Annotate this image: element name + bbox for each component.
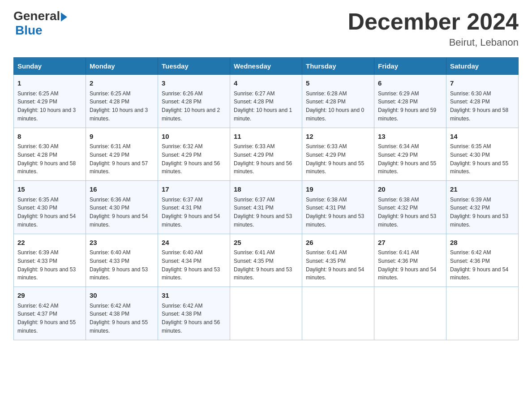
- day-info: Sunrise: 6:40 AMSunset: 4:34 PMDaylight:…: [162, 249, 220, 281]
- calendar-day-cell: 9Sunrise: 6:31 AMSunset: 4:29 PMDaylight…: [86, 128, 158, 181]
- day-info: Sunrise: 6:33 AMSunset: 4:29 PMDaylight:…: [306, 143, 364, 175]
- calendar-day-cell: 2Sunrise: 6:25 AMSunset: 4:28 PMDaylight…: [86, 75, 158, 128]
- calendar-day-cell: 17Sunrise: 6:37 AMSunset: 4:31 PMDayligh…: [158, 181, 230, 234]
- day-info: Sunrise: 6:29 AMSunset: 4:28 PMDaylight:…: [378, 90, 436, 122]
- calendar-day-cell: 28Sunrise: 6:42 AMSunset: 4:36 PMDayligh…: [446, 234, 519, 287]
- calendar-day-cell: 5Sunrise: 6:28 AMSunset: 4:28 PMDaylight…: [302, 75, 374, 128]
- title-block: December 2024 Beirut, Lebanon: [348, 9, 519, 48]
- calendar-day-cell: 30Sunrise: 6:42 AMSunset: 4:38 PMDayligh…: [86, 287, 158, 340]
- day-number: 16: [90, 184, 154, 195]
- day-number: 29: [17, 291, 82, 301]
- calendar-day-cell: 11Sunrise: 6:33 AMSunset: 4:29 PMDayligh…: [230, 128, 302, 181]
- weekday-header-cell: Wednesday: [230, 58, 302, 75]
- day-info: Sunrise: 6:39 AMSunset: 4:32 PMDaylight:…: [450, 197, 508, 228]
- weekday-header-cell: Monday: [86, 58, 158, 75]
- day-number: 7: [450, 78, 515, 89]
- logo-general-text: General: [13, 9, 60, 23]
- location-title: Beirut, Lebanon: [348, 37, 519, 48]
- day-number: 23: [90, 238, 154, 248]
- calendar-week-row: 15Sunrise: 6:35 AMSunset: 4:30 PMDayligh…: [14, 181, 519, 234]
- day-number: 24: [162, 238, 226, 248]
- day-info: Sunrise: 6:28 AMSunset: 4:28 PMDaylight:…: [306, 90, 364, 122]
- calendar-day-cell: 31Sunrise: 6:42 AMSunset: 4:38 PMDayligh…: [158, 287, 230, 340]
- calendar-day-cell: 19Sunrise: 6:38 AMSunset: 4:31 PMDayligh…: [302, 181, 374, 234]
- day-number: 13: [378, 132, 442, 142]
- calendar-day-cell: 21Sunrise: 6:39 AMSunset: 4:32 PMDayligh…: [446, 181, 519, 234]
- day-info: Sunrise: 6:33 AMSunset: 4:29 PMDaylight:…: [234, 143, 292, 175]
- weekday-header-cell: Saturday: [446, 58, 519, 75]
- day-number: 9: [90, 132, 154, 142]
- month-title: December 2024: [348, 9, 519, 34]
- calendar-day-cell: 15Sunrise: 6:35 AMSunset: 4:30 PMDayligh…: [14, 181, 86, 234]
- logo-blue-text: Blue: [15, 23, 43, 38]
- calendar-day-cell: [302, 287, 374, 340]
- weekday-header-cell: Thursday: [302, 58, 374, 75]
- calendar-body: 1Sunrise: 6:25 AMSunset: 4:29 PMDaylight…: [14, 75, 519, 340]
- day-number: 4: [234, 78, 298, 89]
- day-info: Sunrise: 6:27 AMSunset: 4:28 PMDaylight:…: [234, 90, 292, 122]
- day-info: Sunrise: 6:42 AMSunset: 4:37 PMDaylight:…: [17, 303, 76, 334]
- logo: General Blue: [13, 9, 68, 38]
- day-number: 20: [378, 184, 442, 195]
- weekday-header-cell: Sunday: [14, 58, 86, 75]
- day-number: 18: [234, 184, 298, 195]
- day-info: Sunrise: 6:26 AMSunset: 4:28 PMDaylight:…: [162, 90, 220, 122]
- calendar-day-cell: [230, 287, 302, 340]
- day-number: 11: [234, 132, 298, 142]
- calendar-day-cell: 23Sunrise: 6:40 AMSunset: 4:33 PMDayligh…: [86, 234, 158, 287]
- day-info: Sunrise: 6:42 AMSunset: 4:38 PMDaylight:…: [90, 303, 148, 334]
- day-info: Sunrise: 6:41 AMSunset: 4:35 PMDaylight:…: [306, 249, 364, 281]
- day-info: Sunrise: 6:42 AMSunset: 4:38 PMDaylight:…: [162, 303, 220, 334]
- calendar-day-cell: 1Sunrise: 6:25 AMSunset: 4:29 PMDaylight…: [14, 75, 86, 128]
- day-number: 28: [450, 238, 515, 248]
- day-number: 5: [306, 78, 370, 89]
- day-info: Sunrise: 6:35 AMSunset: 4:30 PMDaylight:…: [450, 143, 508, 175]
- day-info: Sunrise: 6:41 AMSunset: 4:36 PMDaylight:…: [378, 249, 436, 281]
- calendar-week-row: 8Sunrise: 6:30 AMSunset: 4:28 PMDaylight…: [14, 128, 519, 181]
- calendar-week-row: 1Sunrise: 6:25 AMSunset: 4:29 PMDaylight…: [14, 75, 519, 128]
- day-info: Sunrise: 6:38 AMSunset: 4:32 PMDaylight:…: [378, 197, 436, 228]
- day-number: 3: [162, 78, 226, 89]
- day-info: Sunrise: 6:40 AMSunset: 4:33 PMDaylight:…: [90, 249, 148, 281]
- calendar-day-cell: 14Sunrise: 6:35 AMSunset: 4:30 PMDayligh…: [446, 128, 519, 181]
- day-info: Sunrise: 6:35 AMSunset: 4:30 PMDaylight:…: [17, 197, 76, 228]
- day-info: Sunrise: 6:41 AMSunset: 4:35 PMDaylight:…: [234, 249, 292, 281]
- weekday-header-cell: Friday: [374, 58, 446, 75]
- day-info: Sunrise: 6:25 AMSunset: 4:28 PMDaylight:…: [90, 90, 148, 122]
- day-number: 19: [306, 184, 370, 195]
- calendar-day-cell: 18Sunrise: 6:37 AMSunset: 4:31 PMDayligh…: [230, 181, 302, 234]
- calendar-week-row: 29Sunrise: 6:42 AMSunset: 4:37 PMDayligh…: [14, 287, 519, 340]
- calendar-day-cell: 12Sunrise: 6:33 AMSunset: 4:29 PMDayligh…: [302, 128, 374, 181]
- day-number: 30: [90, 291, 154, 301]
- day-number: 6: [378, 78, 442, 89]
- day-number: 21: [450, 184, 515, 195]
- day-info: Sunrise: 6:32 AMSunset: 4:29 PMDaylight:…: [162, 143, 220, 175]
- day-info: Sunrise: 6:30 AMSunset: 4:28 PMDaylight:…: [450, 90, 508, 122]
- logo-arrow-icon: [61, 13, 67, 21]
- day-info: Sunrise: 6:42 AMSunset: 4:36 PMDaylight:…: [450, 249, 508, 281]
- day-number: 1: [17, 78, 82, 89]
- calendar-day-cell: [374, 287, 446, 340]
- day-number: 25: [234, 238, 298, 248]
- calendar-day-cell: 26Sunrise: 6:41 AMSunset: 4:35 PMDayligh…: [302, 234, 374, 287]
- day-number: 2: [90, 78, 154, 89]
- day-info: Sunrise: 6:34 AMSunset: 4:29 PMDaylight:…: [378, 143, 436, 175]
- day-info: Sunrise: 6:36 AMSunset: 4:30 PMDaylight:…: [90, 197, 148, 228]
- page-header: General Blue December 2024 Beirut, Leban…: [13, 9, 519, 48]
- day-info: Sunrise: 6:25 AMSunset: 4:29 PMDaylight:…: [17, 90, 76, 122]
- day-number: 15: [17, 184, 82, 195]
- calendar-day-cell: [446, 287, 519, 340]
- calendar-day-cell: 4Sunrise: 6:27 AMSunset: 4:28 PMDaylight…: [230, 75, 302, 128]
- weekday-header-row: SundayMondayTuesdayWednesdayThursdayFrid…: [14, 58, 519, 75]
- day-number: 17: [162, 184, 226, 195]
- weekday-header-cell: Tuesday: [158, 58, 230, 75]
- calendar-day-cell: 16Sunrise: 6:36 AMSunset: 4:30 PMDayligh…: [86, 181, 158, 234]
- calendar-day-cell: 24Sunrise: 6:40 AMSunset: 4:34 PMDayligh…: [158, 234, 230, 287]
- day-info: Sunrise: 6:39 AMSunset: 4:33 PMDaylight:…: [17, 249, 76, 281]
- calendar-day-cell: 6Sunrise: 6:29 AMSunset: 4:28 PMDaylight…: [374, 75, 446, 128]
- day-info: Sunrise: 6:37 AMSunset: 4:31 PMDaylight:…: [162, 197, 220, 228]
- day-number: 26: [306, 238, 370, 248]
- day-number: 8: [17, 132, 82, 142]
- calendar-day-cell: 22Sunrise: 6:39 AMSunset: 4:33 PMDayligh…: [14, 234, 86, 287]
- day-number: 27: [378, 238, 442, 248]
